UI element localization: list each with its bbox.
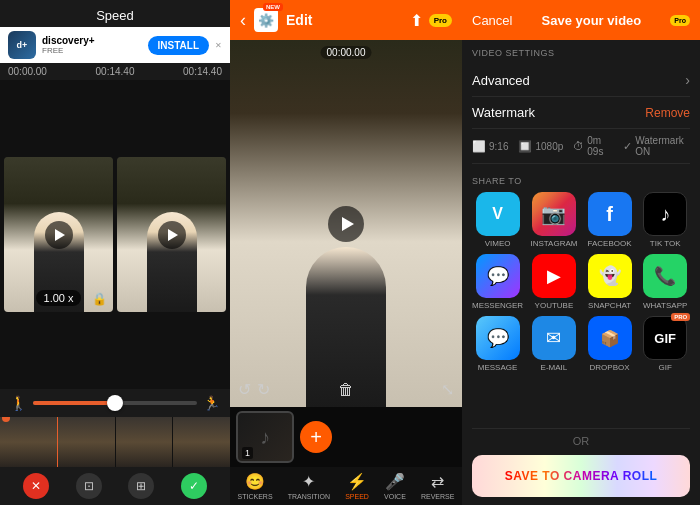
- tiktok-icon: ♪: [643, 192, 687, 236]
- speed-badge: 1.00 x: [36, 290, 82, 306]
- chevron-right-icon: ›: [685, 72, 690, 88]
- email-icon: ✉: [532, 316, 576, 360]
- messenger-icon: 💬: [476, 254, 520, 298]
- main-play-button[interactable]: [328, 206, 364, 242]
- video-settings-section: VIDEO SETTINGS Advanced › Watermark Remo…: [462, 40, 700, 168]
- share-to-label: SHARE TO: [472, 176, 690, 186]
- add-clip-button[interactable]: +: [300, 421, 332, 453]
- timeline-clip[interactable]: ♪ 1: [236, 411, 294, 463]
- redo-button[interactable]: ↻: [257, 380, 270, 399]
- remove-button[interactable]: Remove: [645, 106, 690, 120]
- resize-button[interactable]: ⊞: [128, 473, 154, 499]
- clip-thumb-2[interactable]: [58, 417, 115, 467]
- vimeo-app[interactable]: V VIMEO: [472, 192, 523, 248]
- duration-value: 0m 09s: [587, 135, 613, 157]
- transition-tool[interactable]: ✦ TRANSITION: [288, 472, 330, 500]
- save-camera-label: SAVE TO CAMERA ROLL: [505, 469, 658, 483]
- fullscreen-button[interactable]: ⤡: [441, 380, 454, 399]
- reverse-tool[interactable]: ⇄ REVERSE: [421, 472, 454, 500]
- resolution-value: 1080p: [535, 141, 563, 152]
- dropbox-app[interactable]: 📦 DROPBOX: [585, 316, 635, 372]
- watermark-check-icon: ✓: [623, 140, 632, 153]
- clip-thumb-4[interactable]: [173, 417, 230, 467]
- clip-thumb-1[interactable]: [0, 417, 57, 467]
- video-thumb-right[interactable]: [117, 157, 226, 312]
- gif-app[interactable]: GIF PRO GIF: [640, 316, 690, 372]
- whatsapp-app[interactable]: 📞 WHATSAPP: [640, 254, 690, 310]
- delete-button[interactable]: ✕: [23, 473, 49, 499]
- share-icon[interactable]: ⬆: [410, 11, 423, 30]
- reverse-label: REVERSE: [421, 493, 454, 500]
- gif-label: GIF: [659, 363, 672, 372]
- back-arrow-icon[interactable]: ‹: [240, 10, 246, 31]
- video-settings-label: VIDEO SETTINGS: [472, 48, 690, 58]
- facebook-label: FACEBOOK: [588, 239, 632, 248]
- speed-slider[interactable]: [33, 401, 197, 405]
- email-label: E-MAIL: [541, 363, 568, 372]
- speed-slider-area: 🚶 🏃: [0, 389, 230, 417]
- speed-label: SPEED: [345, 493, 369, 500]
- share-to-section: SHARE TO V VIMEO 📷 INSTAGRAM f FACEBOOK: [462, 168, 700, 428]
- advanced-row-right: ›: [685, 72, 690, 88]
- pro-badge-mid[interactable]: Pro: [429, 14, 452, 27]
- snapchat-app[interactable]: 👻 SNAPCHAT: [585, 254, 635, 310]
- undo-button[interactable]: ↺: [238, 380, 251, 399]
- save-btn-area: SAVE TO CAMERA ROLL: [462, 451, 700, 505]
- email-app[interactable]: ✉ E-MAIL: [529, 316, 579, 372]
- dropbox-icon: 📦: [588, 316, 632, 360]
- resize-icon: ⊞: [136, 479, 146, 493]
- stickers-tool[interactable]: 😊 STICKERS: [238, 472, 273, 500]
- trash-button[interactable]: 🗑: [338, 381, 354, 399]
- meta-ratio: ⬜ 9:16: [472, 140, 508, 153]
- crop-icon: ⊡: [84, 479, 94, 493]
- youtube-icon: ▶: [532, 254, 576, 298]
- transition-label: TRANSITION: [288, 493, 330, 500]
- message-app[interactable]: 💬 MESSAGE: [472, 316, 523, 372]
- ratio-icon: ⬜: [472, 140, 486, 153]
- duration-icon: ⏱: [573, 140, 584, 152]
- advanced-setting-row[interactable]: Advanced ›: [472, 64, 690, 97]
- mid-header: ‹ ⚙️ NEW Edit ⬆ Pro: [230, 0, 462, 40]
- ad-sub: FREE: [42, 46, 142, 55]
- right-panel: Cancel Save your video Pro VIDEO SETTING…: [462, 0, 700, 505]
- tiktok-app[interactable]: ♪ TIK TOK: [640, 192, 690, 248]
- ad-title: discovery+: [42, 35, 142, 46]
- stickers-label: STICKERS: [238, 493, 273, 500]
- video-thumb-left[interactable]: 1.00 x 🔒: [4, 157, 113, 312]
- reverse-icon: ⇄: [431, 472, 444, 491]
- instagram-label: INSTAGRAM: [530, 239, 577, 248]
- orange-dot: [2, 417, 10, 422]
- gear-button[interactable]: ⚙️ NEW: [254, 8, 278, 32]
- ad-close-icon[interactable]: ✕: [215, 41, 222, 50]
- clip-thumb-3[interactable]: [116, 417, 173, 467]
- slider-fill: [33, 401, 115, 405]
- advanced-label: Advanced: [472, 73, 530, 88]
- vimeo-label: VIMEO: [485, 239, 511, 248]
- mid-toolbar: 😊 STICKERS ✦ TRANSITION ⚡ SPEED 🎤 VOICE …: [230, 467, 462, 505]
- fast-icon: 🏃: [203, 395, 220, 411]
- main-video-preview[interactable]: 00:00.00 ↺ ↻ 🗑 ⤡: [230, 40, 462, 407]
- edit-label: Edit: [286, 12, 312, 28]
- voice-tool[interactable]: 🎤 VOICE: [384, 472, 406, 500]
- speed-tool[interactable]: ⚡ SPEED: [345, 472, 369, 500]
- speed-title: Speed: [96, 8, 134, 23]
- lock-icon: 🔒: [92, 292, 107, 306]
- speed-header: Speed: [0, 0, 230, 27]
- bottom-controls: ✕ ⊡ ⊞ ✓: [0, 467, 230, 505]
- save-camera-button[interactable]: SAVE TO CAMERA ROLL: [472, 455, 690, 497]
- pro-badge-right[interactable]: Pro: [670, 15, 690, 26]
- facebook-app[interactable]: f FACEBOOK: [585, 192, 635, 248]
- messenger-app[interactable]: 💬 MESSENGER: [472, 254, 523, 310]
- confirm-button[interactable]: ✓: [181, 473, 207, 499]
- video-preview-area: 1.00 x 🔒: [0, 80, 230, 389]
- youtube-app[interactable]: ▶ YOUTUBE: [529, 254, 579, 310]
- play-button-right[interactable]: [158, 221, 186, 249]
- message-icon: 💬: [476, 316, 520, 360]
- slider-thumb[interactable]: [107, 395, 123, 411]
- play-button-left[interactable]: [45, 221, 73, 249]
- speed-icon: ⚡: [347, 472, 367, 491]
- cancel-button[interactable]: Cancel: [472, 13, 512, 28]
- instagram-app[interactable]: 📷 INSTAGRAM: [529, 192, 579, 248]
- crop-button[interactable]: ⊡: [76, 473, 102, 499]
- install-button[interactable]: INSTALL: [148, 36, 209, 55]
